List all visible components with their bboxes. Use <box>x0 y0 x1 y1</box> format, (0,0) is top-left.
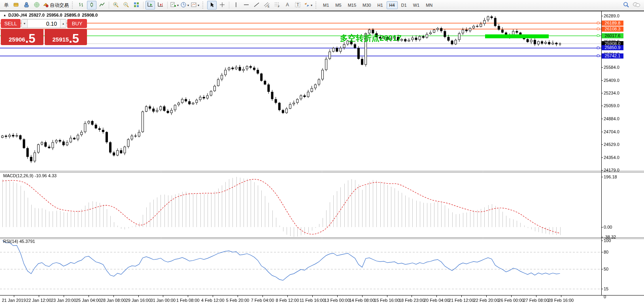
toolbar-indicators-button[interactable]: ▾ <box>170 1 179 9</box>
price-tick: 26289.0 <box>604 13 619 18</box>
toolbar-trendline-button[interactable] <box>252 1 261 9</box>
dropdown-caret-icon: ▾ <box>177 4 179 7</box>
buy-price-main: 25915 <box>52 36 69 42</box>
price-tick: 25059.0 <box>604 103 619 108</box>
history-center-icon <box>13 2 19 9</box>
svg-text:E: E <box>268 5 270 8</box>
toolbar-search-button[interactable] <box>621 1 631 9</box>
timeframe-button-M15[interactable]: M15 <box>345 1 359 9</box>
timeframe-button-M5[interactable]: M5 <box>332 1 344 9</box>
toolbar-vertical-line-button[interactable] <box>231 1 241 9</box>
collapse-panel-icon[interactable]: ▲ <box>3 13 6 17</box>
toolbar-equidistant-channel-button[interactable]: E <box>262 1 272 9</box>
dropdown-caret-icon: ▾ <box>198 4 199 7</box>
time-label: 22 Feb 20:00 <box>474 298 499 303</box>
toolbar-chat-button[interactable] <box>632 1 641 9</box>
toolbar-bar-chart-button[interactable] <box>77 1 86 9</box>
toolbar-history-center-button[interactable] <box>11 1 21 9</box>
toolbar-periods-button[interactable]: ▾ <box>180 1 189 9</box>
toolbar-auto-trading-button[interactable]: 自动交易 <box>42 1 69 9</box>
toolbar-auto-trading-label: 自动交易 <box>50 2 69 9</box>
toolbar-candlestick-button[interactable] <box>87 1 96 9</box>
svg-text:F: F <box>278 5 280 8</box>
sell-price-display[interactable]: 25906 .5 <box>1 29 43 45</box>
time-label: 14 Feb 08:00 <box>349 298 375 303</box>
dropdown-caret-icon: ▾ <box>187 4 189 7</box>
main-toolbar: 单自动交易▾▾▾EFAT▾M1M5M15M30H1H4D1W1MN <box>0 0 644 11</box>
buy-price-fraction: .5 <box>69 34 79 44</box>
zoom-out-icon <box>123 2 129 9</box>
navigator-icon <box>23 2 30 9</box>
toolbar-separator <box>143 2 144 9</box>
time-label: 4 Feb 12:00 <box>201 298 225 303</box>
time-label: 27 Feb 08:00 <box>523 298 549 303</box>
toolbar-navigator-button[interactable] <box>22 1 31 9</box>
volume-input[interactable] <box>28 19 60 28</box>
chart-canvas[interactable] <box>0 0 644 305</box>
level-price-badge: 25850.9 <box>602 45 623 50</box>
time-label: 15 Feb 16:00 <box>374 298 400 303</box>
time-label: 8 Feb 12:00 <box>276 298 299 303</box>
price-tick: 24354.0 <box>604 155 619 160</box>
time-label: 22 Jan 12:00 <box>26 298 51 303</box>
level-price-badge: 26108.3 <box>602 27 623 32</box>
toolbar-text-label-button[interactable]: T <box>293 1 302 9</box>
time-label: 5 Feb 20:00 <box>226 298 249 303</box>
toolbar-templates-button[interactable]: ▾ <box>190 1 200 9</box>
toolbar-crosshair-button[interactable] <box>217 1 227 9</box>
timeframe-button-D1[interactable]: D1 <box>398 1 410 9</box>
sell-button[interactable]: SELL <box>1 19 21 28</box>
timeframe-button-MN[interactable]: MN <box>423 1 435 9</box>
ohlc-high: 25956.0 <box>47 13 62 17</box>
buy-price-display[interactable]: 25915 .5 <box>45 29 87 45</box>
price-tick: 24704.0 <box>604 129 619 134</box>
volume-decrease-icon[interactable]: ▼ <box>22 19 28 28</box>
toolbar-horizontal-line-button[interactable] <box>242 1 251 9</box>
indicators-icon <box>170 2 176 9</box>
toolbar-broadcast-button[interactable] <box>32 1 42 9</box>
toolbar-separator <box>229 2 229 9</box>
macd-tick: 0.00 <box>604 225 612 229</box>
timeframe-button-W1[interactable]: W1 <box>410 1 423 9</box>
trading-platform-window: 单自动交易▾▾▾EFAT▾M1M5M15M30H1H4D1W1MN ▲ DJ30… <box>0 0 644 305</box>
toolbar-cursor-button[interactable] <box>207 1 217 9</box>
volume-increase-icon[interactable]: ▲ <box>60 19 66 28</box>
toolbar-zoom-out-button[interactable] <box>121 1 131 9</box>
broadcast-icon <box>34 2 40 9</box>
time-label: 29 Jan 16:00 <box>126 298 151 303</box>
toolbar-chart-shift-button[interactable] <box>156 1 165 9</box>
price-tick: 24179.0 <box>604 168 619 172</box>
buy-button[interactable]: BUY <box>67 19 87 28</box>
timeframe-button-M30[interactable]: M30 <box>360 1 374 9</box>
ohlc-close: 25908.0 <box>82 13 98 17</box>
timeframe-button-H4[interactable]: H4 <box>387 1 398 9</box>
toolbar-zoom-in-button[interactable] <box>111 1 121 9</box>
time-label: 23 Jan 20:00 <box>51 298 76 303</box>
level-price-badge: 26189.8 <box>602 21 623 26</box>
toolbar-auto-scroll-button[interactable] <box>145 1 155 9</box>
toolbar-drag-handle[interactable] <box>202 2 205 9</box>
timeframe-button-H1[interactable]: H1 <box>374 1 385 9</box>
time-label: 21 Feb 12:00 <box>449 298 474 303</box>
toolbar-arrow-objects-button[interactable]: ▾ <box>303 1 313 9</box>
price-tick: 24884.0 <box>604 116 619 121</box>
toolbar-fibonacci-button[interactable]: F <box>272 1 282 9</box>
timeframe-button-M1[interactable]: M1 <box>320 1 332 9</box>
time-label: 26 Feb 00:00 <box>499 298 524 303</box>
line-chart-icon <box>99 2 105 9</box>
periods-icon <box>180 2 187 9</box>
toolbar-text-button[interactable]: A <box>283 1 292 9</box>
toolbar-new-order-button[interactable]: 单 <box>1 1 11 9</box>
toolbar-drag-handle[interactable] <box>315 2 318 9</box>
toolbar-line-chart-button[interactable] <box>97 1 107 9</box>
toolbar-tile-windows-button[interactable] <box>132 1 141 9</box>
rsi-tick: 0 <box>604 294 606 299</box>
pivot-annotation-text: 多空转折点26017 <box>340 33 402 44</box>
templates-icon <box>191 2 197 9</box>
sell-price-fraction: .5 <box>25 34 36 44</box>
rsi-tick: 80 <box>604 250 608 254</box>
toolbar-drag-handle[interactable] <box>72 2 75 9</box>
svg-text:A: A <box>286 2 289 8</box>
text-label-icon: T <box>295 2 301 9</box>
search-icon <box>623 2 629 9</box>
